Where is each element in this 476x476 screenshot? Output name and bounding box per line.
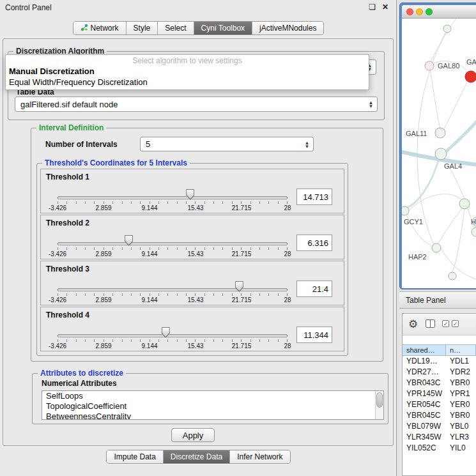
clear-selection-checkbox-icon[interactable]: ✓ [452, 320, 459, 327]
list-scrollbar-thumb[interactable] [376, 392, 383, 408]
slider[interactable]: -3.4262.8599.14415.4321.71528 [58, 215, 288, 259]
tab-label: Cyni Toolbox [201, 24, 245, 33]
close-icon[interactable]: ✕ [382, 3, 388, 12]
scale-label: 15.43 [187, 204, 203, 211]
table-row[interactable]: YBR043CYBR0 [403, 378, 476, 388]
table-cell[interactable]: YPR1 [446, 388, 476, 399]
table-cell[interactable]: YPR145W [403, 388, 446, 399]
column-header-name[interactable]: n… [446, 344, 476, 356]
scale-label: 15.43 [187, 342, 203, 349]
table-cell[interactable]: YDL1 [446, 356, 476, 367]
slider-ticks [58, 201, 288, 204]
threshold-value-field[interactable]: 6.316 [296, 234, 332, 251]
minimize-traffic-light-icon[interactable] [416, 8, 423, 15]
table-cell[interactable]: YBR0 [446, 378, 476, 388]
tab-network[interactable]: Network [73, 22, 127, 35]
slider-track[interactable] [58, 196, 288, 199]
table-cell[interactable]: YBR043C [403, 378, 446, 388]
table-row[interactable]: YBL079WYBL0 [403, 421, 476, 432]
threshold-value-field[interactable]: 14.713 [296, 188, 332, 205]
list-scrollbar[interactable] [375, 391, 383, 419]
tab-infer-network[interactable]: Infer Network [230, 450, 289, 463]
table-cell[interactable]: YER054C [403, 399, 446, 410]
table-cell[interactable]: YDR2 [446, 367, 476, 378]
group-title-attributes: Attributes to discretize [38, 369, 126, 378]
column-header-shared-name[interactable]: shared… [403, 344, 446, 356]
tab-label: Select [165, 24, 186, 33]
group-title-thresholds: Threshold's Coordinates for 5 Intervals [42, 158, 190, 167]
scale-label: 9.144 [141, 204, 157, 211]
scale-label: 28 [284, 204, 291, 211]
select-all-checkbox-icon[interactable]: ✓ [442, 320, 449, 327]
scale-label: 21.715 [232, 204, 252, 211]
table-row[interactable]: YIL052CYIL0 [403, 443, 476, 454]
scale-label: 9.144 [141, 296, 157, 303]
table-cell[interactable]: YBL079W [403, 421, 446, 432]
tab-jactivemnodules[interactable]: jActiveMNodules [252, 22, 323, 35]
slider-track[interactable] [58, 242, 288, 245]
slider[interactable]: -3.4262.8599.14415.4321.71528 [58, 261, 288, 305]
table-row[interactable]: YLR345WYLR3 [403, 432, 476, 443]
network-node [425, 61, 434, 70]
network-node-label: GCY1 [404, 218, 423, 226]
slider-track[interactable] [58, 334, 288, 337]
number-of-intervals-select[interactable]: 5 [140, 137, 314, 151]
close-traffic-light-icon[interactable] [406, 8, 413, 15]
numerical-attributes-list[interactable]: SelfLoopsTopologicalCoefficientBetweenne… [42, 390, 384, 420]
scale-label: 28 [284, 342, 291, 349]
scale-label: 9.144 [141, 342, 157, 349]
tab-impute-data[interactable]: Impute Data [107, 450, 163, 463]
slider[interactable]: -3.4262.8599.14415.4321.71528 [58, 169, 288, 213]
slider-track[interactable] [58, 288, 288, 291]
scale-label: 2.859 [95, 342, 111, 349]
table-cell[interactable]: YDR27… [403, 367, 446, 378]
apply-button[interactable]: Apply [171, 428, 215, 442]
top-tab-bar: NetworkStyleSelectCyni ToolboxjActiveMNo… [0, 21, 397, 35]
tab-select[interactable]: Select [158, 22, 194, 35]
threshold-panel-3: Threshold 3-3.4262.8599.14415.4321.71528… [40, 261, 344, 305]
network-graph[interactable]: GAL80GAGAL11GAL4GCY1HHAP2 [402, 19, 476, 288]
algorithm-option-equal-width-frequency-discretization[interactable]: Equal Width/Frequency Discretization [6, 77, 369, 88]
table-cell[interactable]: YBL0 [446, 421, 476, 432]
table-panel: ⚙ ✓ ✓ shared… n… YDL19…YDL1YDR27…YDR2YBR… [399, 309, 476, 476]
table-cell[interactable]: YLR3 [446, 432, 476, 443]
attribute-item-betweennesscentrality[interactable]: BetweennessCentrality [42, 411, 383, 420]
table-row[interactable]: YDR27…YDR2 [403, 367, 476, 378]
tab-discretize-data[interactable]: Discretize Data [164, 450, 230, 463]
zoom-traffic-light-icon[interactable] [426, 8, 433, 15]
table-cell[interactable]: YBR0 [446, 410, 476, 421]
table-row[interactable]: YPR145WYPR1 [403, 388, 476, 399]
table-cell[interactable]: YER0 [446, 399, 476, 410]
columns-icon[interactable] [426, 319, 435, 328]
threshold-panel-2: Threshold 2-3.4262.8599.14415.4321.71528… [40, 215, 344, 259]
slider[interactable]: -3.4262.8599.14415.4321.71528 [58, 307, 288, 351]
slider-scale: -3.4262.8599.14415.4321.71528 [58, 204, 288, 212]
float-window-icon[interactable]: ❏ [369, 3, 376, 12]
table-data-select-value: galFiltered.sif default node [20, 100, 118, 109]
control-panel-content: Discretization Algorithm Table Data galF… [3, 38, 394, 446]
scale-label: 21.715 [232, 342, 252, 349]
table-row[interactable]: YER054CYER0 [403, 399, 476, 410]
network-node-label: GAL11 [406, 130, 427, 137]
table-row[interactable]: YBR045CYBR0 [403, 410, 476, 421]
scale-label: 15.43 [187, 250, 203, 257]
table-data-select[interactable]: galFiltered.sif default node [15, 96, 378, 112]
table-cell[interactable]: YIL0 [446, 443, 476, 454]
algorithm-option-manual-discretization[interactable]: Manual Discretization [6, 66, 369, 77]
network-window-titlebar[interactable] [402, 5, 476, 19]
network-canvas[interactable]: GAL80GAGAL11GAL4GCY1HHAP2 [402, 19, 476, 288]
table-cell[interactable]: YBR045C [403, 410, 446, 421]
attribute-item-selfloops[interactable]: SelfLoops [42, 391, 383, 401]
tab-style[interactable]: Style [127, 22, 158, 35]
slider-ticks [58, 339, 288, 342]
network-node [449, 272, 456, 280]
table-cell[interactable]: YIL052C [403, 443, 446, 454]
table-row[interactable]: YDL19…YDL1 [403, 356, 476, 367]
attribute-item-topologicalcoefficient[interactable]: TopologicalCoefficient [42, 401, 383, 411]
threshold-value-field[interactable]: 11.344 [296, 326, 332, 343]
table-cell[interactable]: YLR345W [403, 432, 446, 443]
table-cell[interactable]: YDL19… [403, 356, 446, 367]
threshold-value-field[interactable]: 21.4 [296, 280, 332, 297]
gear-icon[interactable]: ⚙ [408, 318, 418, 331]
tab-cyni-toolbox[interactable]: Cyni Toolbox [194, 22, 252, 35]
